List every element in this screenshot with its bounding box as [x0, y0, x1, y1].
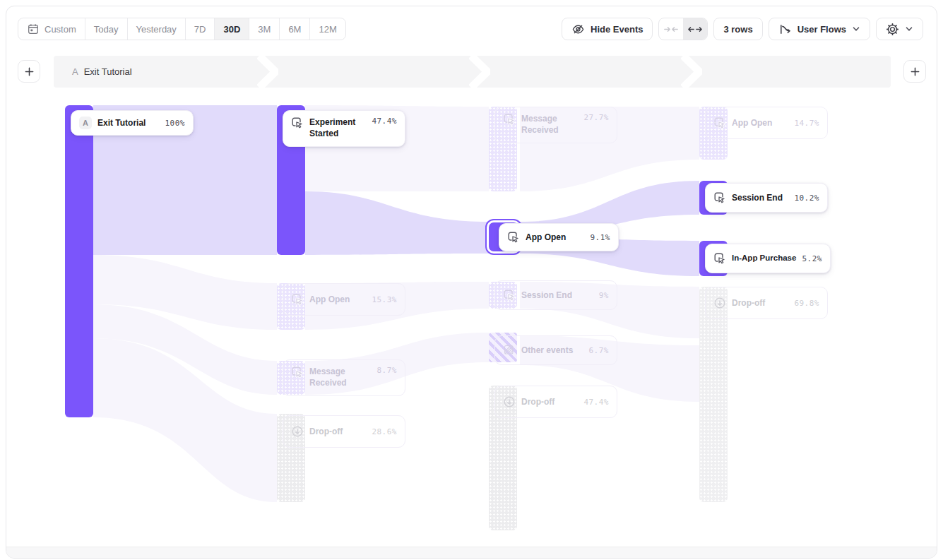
node-percent: 27.7%	[583, 113, 609, 122]
node-label: Session End	[732, 192, 788, 203]
node-percent: 14.7%	[794, 119, 819, 128]
node-label: In-App Purchase	[732, 253, 797, 264]
node-percent: 6.7%	[589, 346, 610, 355]
node-percent: 8.7%	[377, 366, 398, 375]
node-label: App Open	[732, 117, 788, 129]
node-percent: 15.3%	[372, 295, 397, 304]
node-percent: 47.4%	[372, 117, 397, 126]
event-a-badge: A	[79, 117, 92, 129]
event-icon	[503, 289, 516, 302]
node-percent: 9%	[599, 291, 609, 300]
node-card-experiment-started[interactable]: Experiment Started 47.4%	[283, 110, 405, 147]
drop-off-icon	[291, 425, 304, 438]
drop-off-icon	[503, 395, 516, 408]
node-percent: 100%	[165, 119, 186, 128]
event-icon	[713, 252, 726, 265]
drop-off-icon	[713, 297, 726, 309]
node-card-drop-off-4[interactable]: Drop-off 69.8%	[705, 287, 828, 319]
node-percent: 10.2%	[794, 193, 819, 203]
node-percent: 47.4%	[583, 398, 609, 407]
node-label: Drop-off	[309, 426, 366, 437]
node-card-other-events-3[interactable]: Other events 6.7%	[494, 335, 617, 365]
node-card-app-open-4[interactable]: App Open 14.7%	[705, 107, 828, 139]
node-label: Other events	[521, 345, 583, 356]
node-label: Drop-off	[521, 396, 578, 407]
flow-links	[6, 6, 937, 559]
node-card-exit-tutorial[interactable]: A Exit Tutorial 100%	[71, 110, 194, 136]
event-icon	[507, 231, 520, 244]
node-label: Experiment Started	[309, 117, 366, 139]
node-label: App Open	[309, 294, 366, 305]
node-card-drop-off-2[interactable]: Drop-off 28.6%	[283, 415, 405, 448]
node-percent: 69.8%	[794, 299, 819, 308]
node-card-drop-off-3[interactable]: Drop-off 47.4%	[494, 386, 617, 418]
node-card-in-app-purchase-4[interactable]: In-App Purchase 5.2%	[705, 244, 831, 273]
user-flows-panel: Custom Today Yesterday 7D 30D 3M 6M 12M …	[6, 6, 937, 559]
node-card-session-end-3[interactable]: Session End 9%	[494, 280, 617, 310]
node-card-app-open-2[interactable]: App Open 15.3%	[283, 283, 405, 316]
node-label: App Open	[526, 232, 585, 243]
node-card-message-received-2[interactable]: Message Received 8.7%	[283, 359, 405, 396]
event-icon	[503, 113, 516, 126]
node-card-message-received-3[interactable]: Message Received 27.7%	[494, 107, 617, 143]
event-icon	[291, 293, 304, 306]
node-percent: 9.1%	[591, 233, 611, 242]
node-percent: 28.6%	[372, 427, 397, 436]
node-label: Message Received	[521, 113, 578, 136]
event-icon	[713, 191, 726, 204]
node-label: Exit Tutorial	[97, 117, 160, 129]
event-icon	[291, 366, 304, 379]
node-bar-exit-tutorial[interactable]	[65, 105, 93, 417]
event-icon	[713, 117, 726, 129]
node-label: Session End	[521, 290, 593, 301]
node-card-app-open-3[interactable]: App Open 9.1%	[499, 223, 619, 251]
node-label: Drop-off	[732, 297, 788, 309]
bottom-scroll-track[interactable]	[6, 547, 937, 558]
other-events-icon	[503, 344, 516, 357]
node-label: Message Received	[309, 366, 372, 388]
node-card-session-end-4[interactable]: Session End 10.2%	[705, 183, 828, 213]
event-icon	[291, 117, 304, 129]
node-percent: 5.2%	[802, 254, 823, 263]
